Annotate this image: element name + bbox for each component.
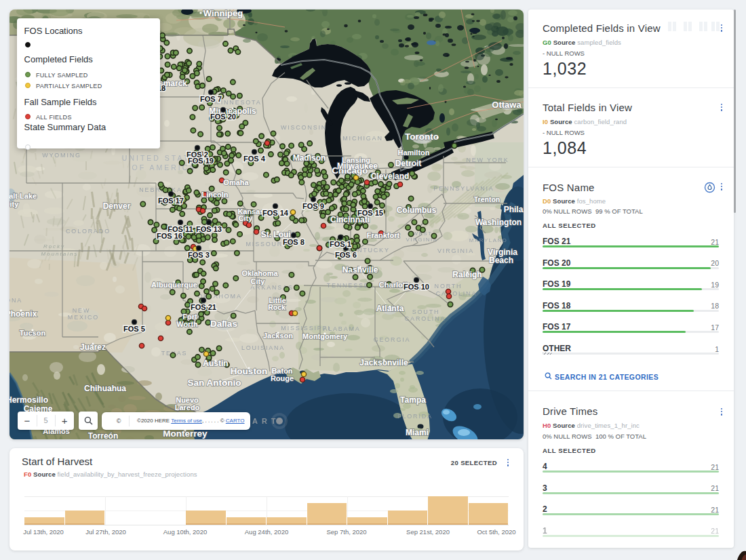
svg-text:Lansing: Lansing bbox=[342, 156, 370, 164]
svg-text:ZONA: ZONA bbox=[9, 297, 22, 304]
svg-text:Trenton: Trenton bbox=[474, 195, 500, 203]
svg-text:WYOMING: WYOMING bbox=[42, 152, 81, 159]
svg-text:FOS 20: FOS 20 bbox=[210, 113, 236, 121]
svg-text:FOS 8: FOS 8 bbox=[283, 238, 305, 246]
svg-text:FOS 17: FOS 17 bbox=[158, 197, 184, 205]
svg-text:FOS 21: FOS 21 bbox=[191, 303, 216, 311]
svg-text:Rock: Rock bbox=[268, 303, 286, 311]
svg-text:FOS 10: FOS 10 bbox=[404, 283, 429, 291]
svg-text:LOUISIANA: LOUISIANA bbox=[241, 344, 285, 351]
svg-text:NORTH: NORTH bbox=[435, 283, 463, 289]
svg-text:NEW: NEW bbox=[73, 307, 90, 314]
svg-text:FOS 6: FOS 6 bbox=[335, 251, 357, 259]
svg-text:Rocky: Rocky bbox=[43, 243, 65, 249]
svg-text:Lincoln: Lincoln bbox=[201, 191, 228, 199]
svg-text:Washington: Washington bbox=[475, 218, 522, 227]
svg-text:City: City bbox=[251, 277, 266, 285]
svg-text:Oklahoma: Oklahoma bbox=[241, 269, 278, 277]
svg-text:Ottawa: Ottawa bbox=[492, 100, 522, 110]
svg-text:Detroit: Detroit bbox=[395, 159, 422, 168]
svg-text:FOS 13: FOS 13 bbox=[196, 225, 222, 233]
svg-text:OF AMERICA: OF AMERICA bbox=[132, 163, 197, 172]
svg-text:FOS 5: FOS 5 bbox=[123, 325, 145, 333]
svg-text:Salt Lake: Salt Lake bbox=[9, 192, 37, 200]
svg-text:NEW YORK: NEW YORK bbox=[466, 157, 509, 163]
svg-text:WISCONSIN: WISCONSIN bbox=[281, 124, 327, 131]
svg-text:FOS 7: FOS 7 bbox=[200, 95, 222, 103]
svg-text:FOS 9: FOS 9 bbox=[302, 202, 324, 210]
svg-text:Omaha: Omaha bbox=[223, 178, 249, 186]
svg-text:CAROLINA: CAROLINA bbox=[436, 290, 477, 297]
svg-text:MARYLAND: MARYLAND bbox=[469, 237, 507, 243]
svg-text:ALABAMA: ALABAMA bbox=[323, 325, 360, 332]
svg-text:SOUTH: SOUTH bbox=[412, 308, 440, 315]
svg-text:Toronto: Toronto bbox=[405, 132, 439, 142]
svg-text:Worth: Worth bbox=[176, 320, 198, 328]
svg-text:Torreón: Torreón bbox=[88, 431, 118, 439]
svg-text:San Antonio: San Antonio bbox=[188, 378, 241, 388]
svg-text:Phoenix: Phoenix bbox=[9, 309, 37, 319]
svg-text:Miami: Miami bbox=[406, 428, 429, 437]
svg-text:Mountains: Mountains bbox=[41, 251, 79, 257]
svg-text:Cleveland: Cleveland bbox=[371, 172, 410, 181]
svg-text:Winnipeg: Winnipeg bbox=[203, 9, 243, 18]
svg-text:Frankfort: Frankfort bbox=[367, 231, 400, 239]
svg-text:Raleigh: Raleigh bbox=[452, 270, 482, 279]
svg-text:City: City bbox=[9, 200, 19, 208]
svg-text:MISSOURI: MISSOURI bbox=[246, 241, 286, 247]
svg-text:MICHIGAN: MICHIGAN bbox=[342, 135, 382, 142]
svg-text:Beach: Beach bbox=[489, 256, 513, 265]
svg-text:Tampa: Tampa bbox=[400, 395, 426, 405]
svg-text:COLORADO: COLORADO bbox=[66, 228, 111, 235]
svg-text:Dallas: Dallas bbox=[210, 319, 237, 329]
svg-text:FLORIDA: FLORIDA bbox=[397, 413, 433, 420]
svg-text:FOS 15: FOS 15 bbox=[357, 209, 383, 217]
svg-text:CAROLINA: CAROLINA bbox=[405, 315, 446, 322]
svg-text:Denver: Denver bbox=[103, 201, 131, 211]
svg-text:VIRGINIA: VIRGINIA bbox=[437, 247, 474, 254]
svg-text:Hermosillo: Hermosillo bbox=[9, 395, 48, 405]
svg-text:FOS 4: FOS 4 bbox=[243, 155, 266, 163]
svg-text:FOS 3: FOS 3 bbox=[188, 251, 210, 259]
svg-text:Rouge: Rouge bbox=[271, 374, 294, 382]
svg-text:PENNSYLVANIA: PENNSYLVANIA bbox=[433, 185, 494, 192]
svg-text:FOS 16: FOS 16 bbox=[157, 232, 182, 240]
svg-text:Chihuahua: Chihuahua bbox=[84, 384, 126, 393]
svg-text:Hamilton: Hamilton bbox=[397, 148, 429, 157]
svg-text:FOS 14: FOS 14 bbox=[262, 209, 289, 217]
svg-text:Atlanta: Atlanta bbox=[376, 304, 404, 313]
svg-text:Laredo: Laredo bbox=[175, 403, 200, 412]
svg-text:FOS 19: FOS 19 bbox=[188, 157, 214, 165]
svg-text:City: City bbox=[239, 214, 254, 222]
svg-text:GEORGIA: GEORGIA bbox=[374, 336, 411, 343]
svg-text:MEXICO: MEXICO bbox=[68, 314, 99, 321]
svg-text:Phila: Phila bbox=[504, 205, 524, 214]
svg-text:FOS 1: FOS 1 bbox=[330, 240, 351, 248]
svg-text:Columbus: Columbus bbox=[397, 205, 437, 215]
